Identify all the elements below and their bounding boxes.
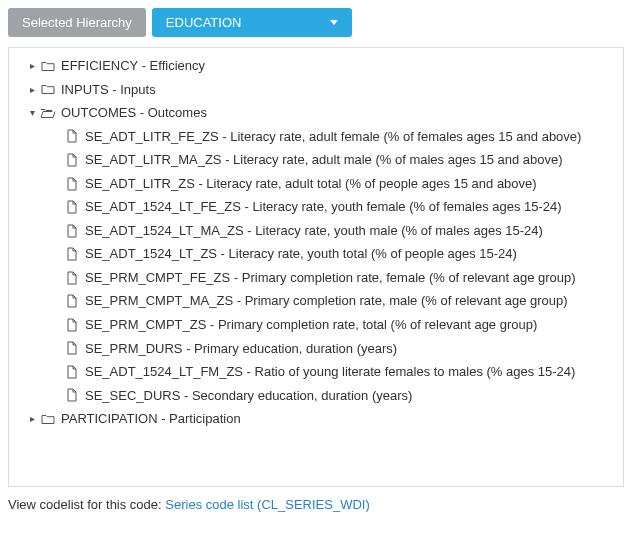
- tree-node-label: SE_ADT_1524_LT_FE_ZS - Literacy rate, yo…: [85, 198, 562, 216]
- folder-closed-icon: [39, 60, 57, 72]
- file-icon: [63, 341, 81, 355]
- hierarchy-tree: ▸EFFICIENCY - Efficiency▸INPUTS - Inputs…: [8, 47, 624, 487]
- tree-node-se_adt_1524_lt_fm_zs[interactable]: SE_ADT_1524_LT_FM_ZS - Ratio of young li…: [13, 360, 619, 384]
- file-icon: [63, 294, 81, 308]
- footer-prefix: View codelist for this code:: [8, 497, 165, 512]
- expand-icon[interactable]: ▸: [25, 412, 39, 426]
- tree-node-label: SE_SEC_DURS - Secondary education, durat…: [85, 387, 412, 405]
- tree-node-se_prm_cmpt_ma_zs[interactable]: SE_PRM_CMPT_MA_ZS - Primary completion r…: [13, 289, 619, 313]
- tree-node-se_adt_1524_lt_zs[interactable]: SE_ADT_1524_LT_ZS - Literacy rate, youth…: [13, 242, 619, 266]
- tree-node-label: SE_PRM_DURS - Primary education, duratio…: [85, 340, 397, 358]
- file-icon: [63, 153, 81, 167]
- tree-node-inputs[interactable]: ▸INPUTS - Inputs: [13, 78, 619, 102]
- file-icon: [63, 224, 81, 238]
- tree-node-se_prm_durs[interactable]: SE_PRM_DURS - Primary education, duratio…: [13, 337, 619, 361]
- tree-node-label: OUTCOMES - Outcomes: [61, 104, 207, 122]
- file-icon: [63, 318, 81, 332]
- file-icon: [63, 177, 81, 191]
- tree-node-se_sec_durs[interactable]: SE_SEC_DURS - Secondary education, durat…: [13, 384, 619, 408]
- tree-node-label: INPUTS - Inputs: [61, 81, 156, 99]
- chevron-down-icon: [330, 20, 338, 25]
- file-icon: [63, 129, 81, 143]
- tree-node-label: SE_ADT_LITR_ZS - Literacy rate, adult to…: [85, 175, 537, 193]
- tree-node-outcomes[interactable]: ▾OUTCOMES - Outcomes: [13, 101, 619, 125]
- tree-node-se_adt_litr_fe_zs[interactable]: SE_ADT_LITR_FE_ZS - Literacy rate, adult…: [13, 125, 619, 149]
- tree-node-label: SE_ADT_1524_LT_MA_ZS - Literacy rate, yo…: [85, 222, 543, 240]
- folder-closed-icon: [39, 413, 57, 425]
- tree-node-label: SE_PRM_CMPT_FE_ZS - Primary completion r…: [85, 269, 576, 287]
- tree-node-se_adt_litr_ma_zs[interactable]: SE_ADT_LITR_MA_ZS - Literacy rate, adult…: [13, 148, 619, 172]
- hierarchy-dropdown-value: EDUCATION: [166, 15, 242, 30]
- file-icon: [63, 388, 81, 402]
- tree-node-efficiency[interactable]: ▸EFFICIENCY - Efficiency: [13, 54, 619, 78]
- tree-node-se_adt_litr_zs[interactable]: SE_ADT_LITR_ZS - Literacy rate, adult to…: [13, 172, 619, 196]
- folder-open-icon: [39, 107, 57, 119]
- top-controls: Selected Hierarchy EDUCATION: [8, 8, 624, 37]
- footer-text: View codelist for this code: Series code…: [8, 497, 624, 512]
- tree-node-label: SE_ADT_1524_LT_FM_ZS - Ratio of young li…: [85, 363, 575, 381]
- collapse-icon[interactable]: ▾: [25, 106, 39, 120]
- tree-node-label: EFFICIENCY - Efficiency: [61, 57, 205, 75]
- expand-icon[interactable]: ▸: [25, 83, 39, 97]
- tree-node-se_prm_cmpt_zs[interactable]: SE_PRM_CMPT_ZS - Primary completion rate…: [13, 313, 619, 337]
- tree-node-label: SE_ADT_1524_LT_ZS - Literacy rate, youth…: [85, 245, 517, 263]
- file-icon: [63, 365, 81, 379]
- tree-node-se_adt_1524_lt_ma_zs[interactable]: SE_ADT_1524_LT_MA_ZS - Literacy rate, yo…: [13, 219, 619, 243]
- tree-node-label: SE_ADT_LITR_MA_ZS - Literacy rate, adult…: [85, 151, 563, 169]
- folder-closed-icon: [39, 83, 57, 95]
- tree-node-participation[interactable]: ▸PARTICIPATION - Participation: [13, 407, 619, 431]
- tree-node-se_adt_1524_lt_fe_zs[interactable]: SE_ADT_1524_LT_FE_ZS - Literacy rate, yo…: [13, 195, 619, 219]
- file-icon: [63, 271, 81, 285]
- tree-node-se_prm_cmpt_fe_zs[interactable]: SE_PRM_CMPT_FE_ZS - Primary completion r…: [13, 266, 619, 290]
- hierarchy-dropdown[interactable]: EDUCATION: [152, 8, 352, 37]
- tree-node-label: PARTICIPATION - Participation: [61, 410, 241, 428]
- selected-hierarchy-button[interactable]: Selected Hierarchy: [8, 8, 146, 37]
- expand-icon[interactable]: ▸: [25, 59, 39, 73]
- file-icon: [63, 247, 81, 261]
- tree-node-label: SE_PRM_CMPT_MA_ZS - Primary completion r…: [85, 292, 568, 310]
- tree-node-label: SE_PRM_CMPT_ZS - Primary completion rate…: [85, 316, 537, 334]
- codelist-link[interactable]: Series code list (CL_SERIES_WDI): [165, 497, 369, 512]
- tree-node-label: SE_ADT_LITR_FE_ZS - Literacy rate, adult…: [85, 128, 581, 146]
- file-icon: [63, 200, 81, 214]
